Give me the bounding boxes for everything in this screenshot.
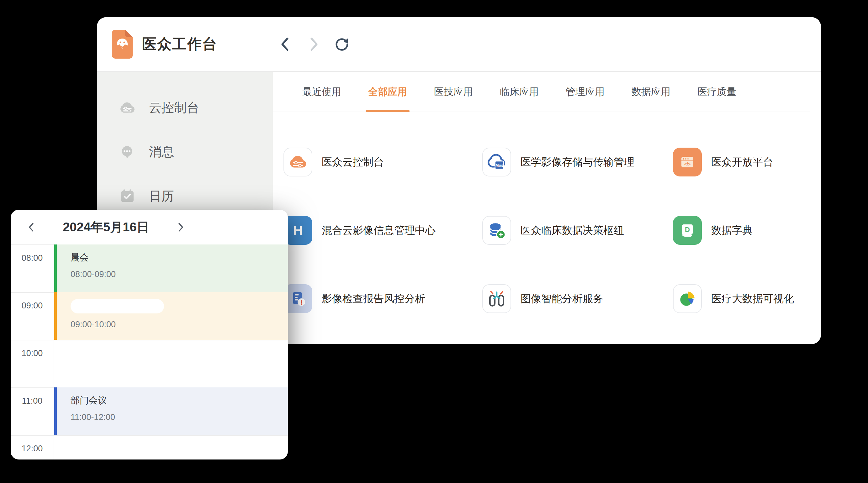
tab-clinical-apps[interactable]: 临床应用	[500, 72, 539, 111]
time-slot[interactable]: 09:00-10:00	[54, 293, 288, 340]
hour-row-1100: 11:00 部门会议 11:00-12:00	[11, 388, 288, 436]
database-plus-icon	[486, 220, 507, 241]
time-label: 08:00	[11, 245, 54, 292]
app-clinical-data-hub[interactable]: 医众临床数据决策枢纽	[482, 196, 673, 264]
sidebar-item-label: 消息	[149, 143, 174, 160]
app-label: 医学影像存储与传输管理	[521, 155, 634, 169]
time-label: 12:00	[11, 436, 54, 459]
sidebar-item-cloud-console[interactable]: 云控制台	[97, 86, 273, 130]
calendar-prev-button[interactable]	[25, 220, 38, 234]
app-label: 数据字典	[711, 223, 753, 237]
time-slot[interactable]	[54, 436, 288, 459]
app-open-platform[interactable]: </> 医众开放平台	[673, 128, 821, 196]
content-area: 最近使用 全部应用 医技应用 临床应用 管理应用 数据应用 医疗质量	[273, 72, 821, 344]
sidebar-item-label: 日历	[149, 187, 174, 205]
event-time: 08:00-09:00	[70, 269, 288, 279]
svg-text:H: H	[293, 223, 303, 238]
tab-management-apps[interactable]: 管理应用	[566, 72, 604, 111]
event-title: 晨会	[70, 251, 288, 264]
chevron-left-icon	[27, 222, 36, 232]
code-browser-icon: </>	[677, 152, 698, 172]
svg-text:Mos: Mos	[495, 163, 503, 168]
app-image-storage[interactable]: Mos 医学影像存储与传输管理	[482, 128, 673, 196]
event-time: 11:00-12:00	[70, 413, 288, 422]
event-title: 部门会议	[70, 394, 288, 407]
tab-bar: 最近使用 全部应用 医技应用 临床应用 管理应用 数据应用 医疗质量	[273, 72, 810, 112]
time-label: 11:00	[11, 388, 54, 435]
forward-button[interactable]	[306, 37, 321, 52]
event-time: 09:00-10:00	[70, 320, 288, 329]
svg-text:</>: </>	[684, 162, 690, 167]
sidebar-item-label: 云控制台	[149, 99, 199, 116]
time-slot[interactable]	[54, 341, 288, 387]
app-grid: 医众云控制台 Mos 医学影像存储与传输管理	[273, 112, 821, 333]
app-hybrid-cloud-imaging[interactable]: H 混合云影像信息管理中心	[283, 196, 482, 264]
tab-quality[interactable]: 医疗质量	[698, 72, 736, 111]
calendar-event-redacted[interactable]: 09:00-10:00	[54, 292, 288, 340]
sidebar-item-messages[interactable]: 消息	[97, 130, 273, 174]
chevron-right-icon	[307, 37, 320, 52]
calendar-header: 2024年5月16日	[11, 210, 288, 245]
app-bigdata-visualization[interactable]: 医疗大数据可视化	[673, 264, 821, 333]
calendar-next-button[interactable]	[174, 220, 188, 234]
app-data-dictionary[interactable]: D 数据字典	[673, 196, 821, 264]
calendar-check-icon	[118, 187, 136, 205]
tab-all-apps[interactable]: 全部应用	[368, 72, 407, 111]
app-logo-icon	[112, 30, 133, 59]
time-slot[interactable]: 晨会 08:00-09:00	[54, 245, 288, 292]
app-label: 医众开放平台	[711, 155, 773, 169]
app-report-risk-analysis[interactable]: 影像检查报告风控分析	[283, 264, 482, 333]
svg-text:D: D	[685, 226, 690, 233]
calendar-popover: 2024年5月16日 08:00 晨会 08:00-09:00 09:00 09…	[11, 210, 288, 459]
calendar-event-department-meeting[interactable]: 部门会议 11:00-12:00	[54, 387, 288, 435]
hour-row-0900: 09:00 09:00-10:00	[11, 293, 288, 341]
window-header: 医众工作台	[97, 17, 821, 72]
chat-bubble-icon	[118, 143, 136, 161]
cloud-settings-icon	[287, 152, 308, 172]
app-title: 医众工作台	[142, 34, 217, 54]
app-label: 医众临床数据决策枢纽	[521, 223, 624, 237]
hour-row-1000: 10:00	[11, 341, 288, 388]
tab-medtech-apps[interactable]: 医技应用	[434, 72, 473, 111]
app-label: 医众云控制台	[322, 155, 384, 169]
app-label: 医疗大数据可视化	[711, 292, 794, 306]
cloud-settings-icon	[118, 99, 136, 117]
tab-data-apps[interactable]: 数据应用	[631, 72, 671, 111]
calendar-body: 08:00 晨会 08:00-09:00 09:00 09:00-10:00 1…	[11, 245, 288, 459]
app-image-ai-analysis[interactable]: 图像智能分析服务	[482, 264, 673, 333]
refresh-button[interactable]	[335, 37, 349, 52]
time-label: 10:00	[11, 341, 54, 387]
app-label: 影像检查报告风控分析	[322, 292, 425, 306]
calendar-date-label: 2024年5月16日	[46, 219, 165, 236]
cloud-mos-icon: Mos	[486, 151, 507, 173]
letter-h-icon: H	[288, 220, 308, 240]
event-title-redacted-pill	[70, 299, 164, 314]
report-alert-icon	[288, 289, 308, 309]
dictionary-book-icon: D	[677, 220, 698, 240]
time-slot[interactable]: 部门会议 11:00-12:00	[54, 388, 288, 435]
hour-row-1200: 12:00	[11, 436, 288, 459]
header-nav	[278, 17, 349, 71]
app-cloud-console[interactable]: 医众云控制台	[283, 128, 482, 196]
calendar-event-morning-meeting[interactable]: 晨会 08:00-09:00	[54, 245, 288, 292]
chevron-left-icon	[279, 37, 291, 52]
pie-chart-icon	[677, 288, 698, 309]
tab-recent[interactable]: 最近使用	[302, 72, 341, 111]
back-button[interactable]	[278, 37, 292, 52]
hour-row-0800: 08:00 晨会 08:00-09:00	[11, 245, 288, 293]
time-label: 09:00	[11, 293, 54, 340]
lungs-icon	[486, 288, 507, 309]
app-label: 混合云影像信息管理中心	[322, 223, 436, 237]
app-label: 图像智能分析服务	[521, 292, 603, 306]
chevron-right-icon	[176, 222, 185, 232]
refresh-icon	[335, 37, 349, 52]
